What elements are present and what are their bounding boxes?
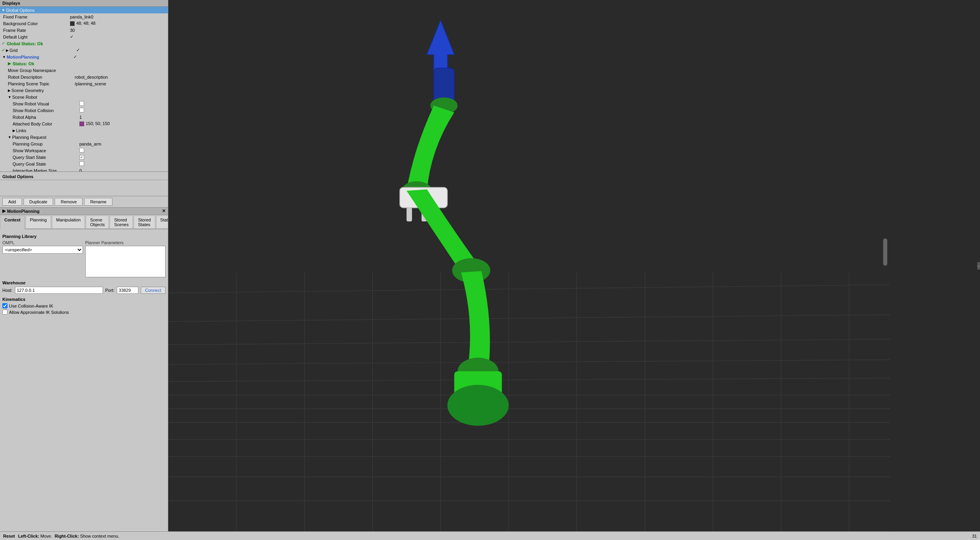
tab-status[interactable]: Status — [156, 216, 168, 229]
tab-stored-states[interactable]: Stored States — [134, 216, 155, 229]
tree-row-interactive-marker-size[interactable]: Interactive Marker Size 0 — [0, 167, 168, 172]
tab-context[interactable]: Context — [0, 216, 25, 229]
mp-header-label: MotionPlanning — [7, 209, 39, 214]
frame-rate-label: Frame Rate — [3, 28, 70, 33]
scene-geometry-expand[interactable]: ▶ — [8, 88, 11, 92]
tree-row-planning-request[interactable]: ▼ Planning Request — [0, 134, 168, 140]
tab-planning[interactable]: Planning — [26, 216, 51, 229]
tree-row-show-workspace[interactable]: Show Workspace — [0, 147, 168, 154]
status-bar: Reset Left-Click: Move. Right-Click: Sho… — [0, 531, 980, 540]
links-expand[interactable]: ▶ — [13, 129, 15, 133]
query-start-state-checkbox[interactable] — [79, 155, 84, 160]
tab-scene-objects[interactable]: Scene Objects — [86, 216, 109, 229]
tree-row-robot-alpha[interactable]: Robot Alpha 1 — [0, 114, 168, 120]
attached-body-color-value: 150; 50; 150 — [79, 121, 166, 126]
bg-color-value: 48; 48; 48 — [70, 21, 166, 26]
interactive-marker-size-label: Interactive Marker Size — [13, 168, 79, 172]
tree-row-scene-geometry[interactable]: ▶ Scene Geometry — [0, 87, 168, 94]
use-collision-ik-checkbox[interactable] — [2, 303, 7, 308]
mp-header-icon: ▶ — [2, 208, 6, 214]
planning-library-section-label: Planning Library — [2, 234, 165, 239]
mp-expand-icon[interactable]: ▼ — [2, 55, 6, 59]
links-label: Links — [16, 128, 83, 133]
viewport: › — [168, 0, 980, 531]
svg-rect-29 — [406, 208, 412, 221]
show-workspace-check — [79, 148, 166, 153]
duplicate-button[interactable]: Duplicate — [24, 198, 53, 206]
kinematics-section: Kinematics Use Collision-Aware IK Allow … — [2, 297, 165, 315]
tab-content-context: Planning Library OMPL <unspecified> Plan… — [0, 229, 168, 531]
use-collision-ik-row: Use Collision-Aware IK — [2, 303, 165, 308]
tree-row-show-robot-visual[interactable]: Show Robot Visual — [0, 100, 168, 107]
mp-header-close[interactable]: ✕ — [162, 208, 165, 214]
tree-row-planning-scene-topic[interactable]: Planning Scene Topic /planning_scene — [0, 80, 168, 87]
show-robot-visual-checkbox[interactable] — [79, 101, 84, 106]
show-robot-collision-checkbox[interactable] — [79, 108, 84, 112]
rename-button[interactable]: Rename — [84, 198, 112, 206]
spacer — [0, 180, 168, 196]
status-ok-label: Status: Ok — [13, 61, 79, 66]
tree-row-robot-desc[interactable]: Robot Description robot_description — [0, 74, 168, 80]
use-collision-ik-label: Use Collision-Aware IK — [9, 304, 53, 308]
show-robot-collision-label: Show Robot Collision — [13, 108, 79, 113]
port-label: Port: — [105, 288, 114, 293]
bg-color-swatch — [70, 21, 75, 26]
robot-alpha-value: 1 — [79, 115, 166, 120]
host-input[interactable] — [15, 287, 103, 294]
add-button[interactable]: Add — [2, 198, 22, 206]
planning-request-expand[interactable]: ▼ — [8, 135, 11, 139]
tree-row-bg-color[interactable]: Background Color 48; 48; 48 — [0, 20, 168, 27]
query-goal-state-checkbox[interactable] — [79, 161, 84, 166]
default-light-label: Default Light — [3, 35, 70, 39]
grid-expand-icon[interactable]: ▶ — [6, 48, 9, 52]
tree-row-motion-planning[interactable]: ▼ MotionPlanning ✓ — [0, 53, 168, 60]
reset-label[interactable]: Reset — [3, 534, 15, 538]
remove-button[interactable]: Remove — [55, 198, 83, 206]
mp-check: ✓ — [74, 54, 166, 59]
motion-planning-label[interactable]: MotionPlanning — [7, 55, 74, 59]
frame-rate-value: 30 — [70, 28, 166, 33]
tree-row-show-robot-collision[interactable]: Show Robot Collision — [0, 107, 168, 114]
ompl-label: OMPL — [2, 240, 83, 245]
expand-icon[interactable]: ▼ — [2, 8, 5, 12]
viewport-right-arrow[interactable]: › — [977, 262, 980, 269]
tree-row-scene-robot[interactable]: ▼ Scene Robot — [0, 94, 168, 100]
allow-approx-ik-checkbox[interactable] — [2, 310, 7, 315]
tree-row-global-status[interactable]: ✓ Global Status: Ok — [0, 40, 168, 47]
tree-row-status-ok[interactable]: ▶ Status: Ok — [0, 60, 168, 67]
tree-row-global-options[interactable]: ▼ Global Options — [0, 7, 168, 13]
grid-label: Grid — [9, 48, 76, 53]
global-options-section-label: Global Options — [0, 172, 168, 180]
displays-buttons-row: Add Duplicate Remove Rename — [0, 196, 168, 208]
planner-params-col: Planner Parameters — [85, 240, 166, 277]
tree-row-default-light[interactable]: Default Light ✓ — [0, 33, 168, 40]
global-status-label: Global Status: Ok — [7, 41, 74, 46]
query-start-state-label: Query Start State — [13, 155, 79, 160]
show-workspace-checkbox[interactable] — [79, 148, 84, 153]
tree-row-fixed-frame[interactable]: Fixed Frame panda_link0 — [0, 13, 168, 20]
displays-tree: ▼ Global Options Fixed Frame panda_link0… — [0, 7, 168, 172]
host-label: Host: — [2, 288, 13, 293]
connect-button[interactable]: Connect — [141, 287, 165, 294]
show-robot-visual-check — [79, 101, 166, 107]
planner-select[interactable]: <unspecified> — [2, 246, 83, 254]
tree-row-attached-body-color[interactable]: Attached Body Color 150; 50; 150 — [0, 120, 168, 127]
show-robot-visual-label: Show Robot Visual — [13, 101, 79, 106]
tree-row-move-group-ns[interactable]: Move Group Namespace — [0, 67, 168, 74]
planning-request-label: Planning Request — [12, 135, 79, 140]
tree-row-links[interactable]: ▶ Links — [0, 127, 168, 134]
tree-row-query-start-state[interactable]: Query Start State — [0, 154, 168, 160]
scene-robot-expand[interactable]: ▼ — [8, 95, 11, 99]
port-input[interactable] — [117, 287, 138, 294]
displays-title: Displays — [2, 1, 20, 6]
mp-panel-header: ▶ MotionPlanning ✕ — [0, 208, 168, 215]
query-start-state-check — [79, 155, 166, 160]
tree-row-query-goal-state[interactable]: Query Goal State — [0, 160, 168, 167]
tab-stored-scenes[interactable]: Stored Scenes — [110, 216, 133, 229]
bg-color-label: Background Color — [3, 21, 70, 26]
fixed-frame-value: panda_link0 — [70, 15, 166, 19]
tree-row-frame-rate[interactable]: Frame Rate 30 — [0, 27, 168, 33]
tree-row-planning-group[interactable]: Planning Group panda_arm — [0, 140, 168, 147]
tab-manipulation[interactable]: Manipulation — [52, 216, 85, 229]
tree-row-grid[interactable]: ✓ ▶ Grid ✓ — [0, 47, 168, 53]
